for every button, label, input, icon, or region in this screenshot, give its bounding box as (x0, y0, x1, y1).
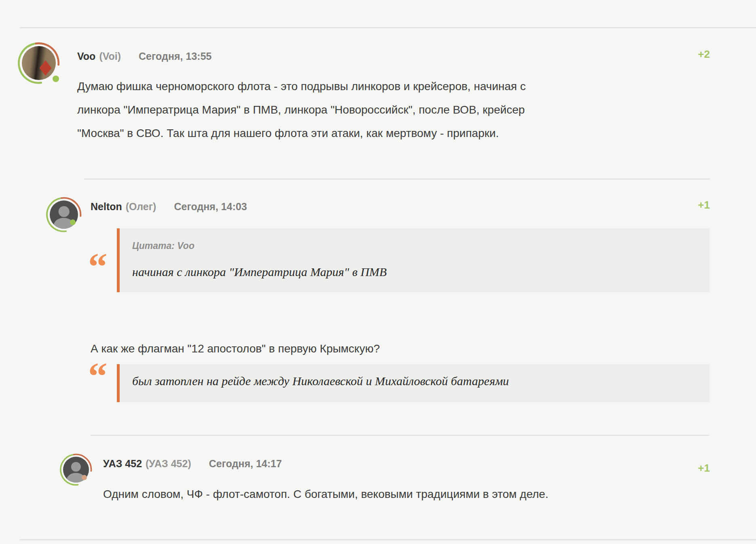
avatar[interactable] (60, 453, 92, 486)
author-alias: (Voi) (99, 51, 121, 62)
comment-meta: УАЗ 452(УАЗ 452)Сегодня, 14:17 (103, 458, 282, 469)
vote-score[interactable]: +1 (698, 462, 710, 474)
vote-score[interactable]: +1 (698, 199, 710, 211)
quote-text: был затоплен на рейде между Николаевской… (132, 372, 693, 390)
forum-comment-thread: Voo(Voi)Сегодня, 13:55 +2 Думаю фишка че… (0, 0, 756, 544)
vote-score[interactable]: +2 (698, 48, 710, 60)
top-divider (20, 27, 756, 28)
comment-text: Одним словом, ЧФ - флот-самотоп. С богат… (103, 485, 710, 503)
author-name[interactable]: Voo (77, 51, 95, 62)
quote-text: начиная с линкора "Императрица Мария" в … (132, 263, 693, 281)
quote-icon: “ (88, 248, 108, 286)
author-alias: (Олег) (126, 201, 156, 212)
quote-header: Цитата: Voo (132, 240, 693, 251)
quote-block: Цитата: Voo начиная с линкора "Императри… (117, 228, 710, 292)
author-name[interactable]: Nelton (91, 201, 122, 212)
quote-icon: “ (88, 357, 108, 396)
author-name[interactable]: УАЗ 452 (103, 458, 142, 469)
avatar[interactable] (46, 197, 82, 232)
comment-timestamp: Сегодня, 14:03 (174, 201, 247, 212)
comment-timestamp: Сегодня, 14:17 (209, 458, 282, 469)
comment-meta: Nelton(Олег)Сегодня, 14:03 (91, 201, 247, 212)
comment-timestamp: Сегодня, 13:55 (139, 51, 211, 62)
comment-text: Думаю фишка черноморского флота - это по… (77, 75, 710, 145)
comment-divider (84, 179, 710, 179)
comment-meta: Voo(Voi)Сегодня, 13:55 (77, 51, 211, 61)
status-dot (53, 76, 59, 82)
red-diamond-badge-icon (40, 60, 52, 76)
comment-divider (91, 435, 709, 436)
avatar[interactable] (18, 42, 60, 84)
comment-text: А как же флагман "12 апостолов" в первую… (91, 340, 713, 358)
status-dot (70, 219, 76, 225)
avatar-photo (22, 46, 56, 80)
status-dot (82, 475, 87, 480)
author-alias: (УАЗ 452) (146, 458, 191, 469)
quote-block: был затоплен на рейде между Николаевской… (117, 364, 710, 402)
bottom-divider (20, 539, 756, 540)
